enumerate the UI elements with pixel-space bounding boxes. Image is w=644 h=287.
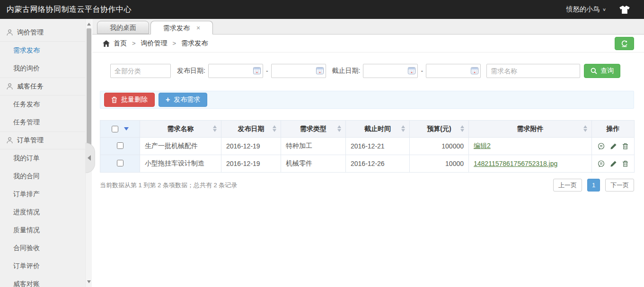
plus-icon: + (166, 96, 170, 104)
breadcrumb-separator: > (173, 40, 176, 47)
sort-icon (273, 125, 276, 132)
app-header: 内蒙古网络协同制造云平台协作中心 愤怒的小鸟 ∨ (0, 0, 644, 19)
cell-demand-name: 小型拖挂车设计制造 (140, 155, 221, 173)
sidebar-item-quality-status[interactable]: 质量情况 (0, 221, 85, 239)
record-summary: 当前数据从第 1 到第 2 条项数据；总共有 2 条记录 (100, 181, 237, 190)
breadcrumb-home[interactable]: 首页 (114, 39, 127, 48)
search-button[interactable]: 查询 (584, 64, 620, 78)
current-page-button[interactable]: 1 (587, 179, 600, 191)
sidebar-item-task-manage[interactable]: 任务管理 (0, 113, 85, 131)
prev-page-button[interactable]: 上一页 (553, 179, 582, 191)
sidebar-item-witkey-reconciliation[interactable]: 威客对账 (0, 275, 85, 287)
sidebar-collapse-handle[interactable] (86, 143, 95, 173)
refresh-button[interactable] (615, 37, 634, 50)
sidebar-item-contract-acceptance[interactable]: 合同验收 (0, 239, 85, 257)
scroll-up-icon[interactable] (87, 23, 91, 26)
sidebar-item-label: 需求发布 (13, 46, 40, 55)
cell-attachment: 14821157861756752318.jpg (469, 155, 592, 173)
app-title: 内蒙古网络协同制造云平台协作中心 (0, 5, 132, 15)
header-right: 愤怒的小鸟 ∨ (566, 5, 644, 14)
edit-icon[interactable] (610, 143, 617, 150)
sidebar-item-my-inquiry[interactable]: 我的询价 (0, 60, 85, 78)
cell-demand-name: 生产一批机械配件 (140, 138, 221, 155)
sidebar-item-my-orders[interactable]: 我的订单 (0, 149, 85, 167)
pagination: 上一页 1 下一页 (553, 179, 634, 191)
calendar-icon[interactable] (316, 67, 324, 76)
table-row: 小型拖挂车设计制造 2016-12-19 机械零件 2016-12-26 100… (100, 155, 635, 173)
category-input[interactable] (110, 64, 171, 78)
tab-demand-publish[interactable]: 需求发布 × (150, 21, 213, 35)
row-checkbox[interactable] (117, 160, 124, 166)
attachment-link[interactable]: 14821157861756752318.jpg (474, 160, 557, 167)
delete-icon[interactable] (622, 143, 628, 149)
sidebar-item-order-review[interactable]: 订单评价 (0, 257, 85, 275)
calendar-icon[interactable] (408, 67, 415, 76)
sidebar-item-progress-status[interactable]: 进度情况 (0, 203, 85, 221)
sidebar-item-label: 任务发布 (13, 100, 40, 109)
sidebar-section-order-manage[interactable]: 订单管理 (0, 131, 85, 149)
sort-icon (460, 125, 464, 132)
calendar-icon[interactable] (471, 67, 478, 76)
breadcrumb-inquiry-manage[interactable]: 询价管理 (141, 39, 168, 48)
demand-name-input[interactable] (486, 64, 580, 78)
col-header-demand-name[interactable]: 需求名称 (140, 121, 221, 138)
comment-icon[interactable] (598, 160, 605, 167)
deadline-label: 截止日期: (332, 67, 361, 75)
table-row: 生产一批机械配件 2016-12-19 特种加工 2016-12-21 1000… (100, 138, 635, 155)
search-icon (591, 68, 597, 74)
sidebar-item-label: 我的订单 (13, 154, 40, 163)
next-page-button[interactable]: 下一页 (605, 179, 634, 191)
tab-label: 我的桌面 (110, 21, 136, 34)
main-panel: 我的桌面 需求发布 × 首页 > 询价管理 > 需求发布 发布日期: - (92, 19, 644, 287)
select-all-checkbox[interactable] (112, 126, 118, 132)
breadcrumb-separator: > (132, 40, 136, 47)
sidebar-item-task-publish[interactable]: 任务发布 (0, 96, 85, 113)
sidebar-item-label: 订单排产 (13, 190, 40, 199)
scroll-down-icon[interactable] (87, 280, 91, 283)
sidebar-item-my-contracts[interactable]: 我的合同 (0, 167, 85, 185)
publish-date-end-wrap (271, 64, 326, 78)
col-header-label: 截止时间 (364, 125, 391, 132)
sidebar-section-witkey-task[interactable]: 威客任务 (0, 78, 85, 96)
user-menu[interactable]: 愤怒的小鸟 ∨ (566, 5, 606, 14)
cell-demand-type: 特种加工 (281, 138, 346, 155)
col-header-attachment[interactable]: 需求附件 (469, 121, 592, 138)
cell-actions (592, 138, 635, 155)
delete-icon[interactable] (622, 160, 628, 167)
sidebar-item-label: 威客对账 (13, 280, 40, 287)
row-checkbox[interactable] (117, 142, 124, 149)
chevron-down-icon: ∨ (602, 7, 606, 12)
sort-icon (213, 125, 217, 132)
row-select-cell (100, 155, 140, 173)
cell-budget: 10000 (410, 155, 469, 173)
col-header-demand-type[interactable]: 需求类型 (281, 121, 346, 138)
comment-icon[interactable] (598, 143, 605, 150)
sort-icon (583, 125, 587, 132)
batch-delete-button[interactable]: 批量删除 (104, 93, 155, 107)
user-icon (7, 83, 13, 90)
publish-demand-button[interactable]: + 发布需求 (159, 93, 207, 107)
demand-table: 需求名称 发布日期 需求类型 截止时间 预算(元) 需求附件 操作 生产一批机械… (100, 120, 635, 173)
breadcrumb-current: 需求发布 (181, 39, 208, 48)
col-header-label: 需求名称 (168, 125, 194, 132)
refresh-icon (620, 40, 628, 48)
cell-budget: 100000 (410, 138, 469, 155)
header-dropdown-icon[interactable] (124, 127, 129, 130)
col-header-publish-date[interactable]: 发布日期 (221, 121, 281, 138)
sidebar-item-demand-publish[interactable]: 需求发布 (0, 42, 85, 60)
theme-shirt-button[interactable] (619, 6, 630, 14)
close-icon[interactable]: × (196, 25, 200, 31)
date-range-separator: - (266, 67, 268, 75)
sidebar-item-label: 合同验收 (13, 244, 40, 252)
col-header-deadline[interactable]: 截止时间 (346, 121, 410, 138)
sidebar-section-inquiry[interactable]: 询价管理 (0, 24, 85, 42)
attachment-link[interactable]: 编辑2 (474, 142, 491, 149)
col-header-budget[interactable]: 预算(元) (410, 121, 469, 138)
tab-my-desktop[interactable]: 我的桌面 (97, 21, 149, 34)
calendar-icon[interactable] (253, 67, 261, 76)
sidebar-item-order-scheduling[interactable]: 订单排产 (0, 185, 85, 203)
publish-date-label: 发布日期: (177, 67, 205, 75)
cell-deadline: 2016-12-26 (346, 155, 410, 173)
cell-publish-date: 2016-12-19 (221, 138, 281, 155)
edit-icon[interactable] (610, 160, 617, 167)
